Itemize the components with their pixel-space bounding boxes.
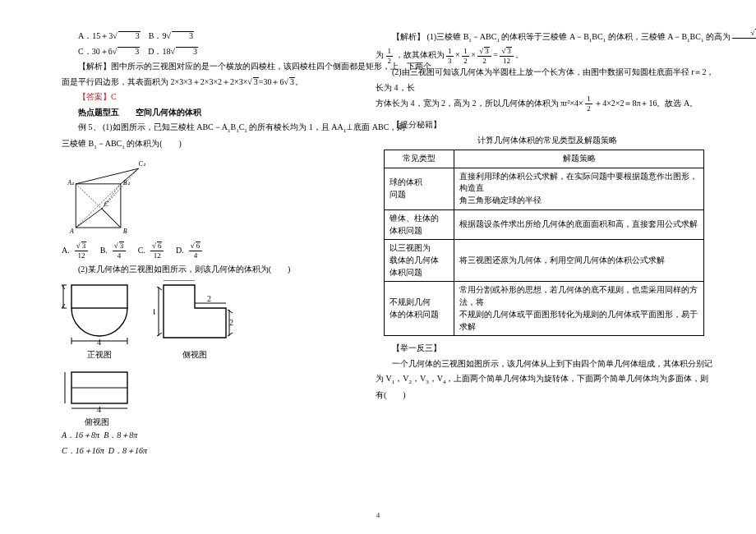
table-row: 锥体、柱体的体积问题 根据题设条件求出所给几何体的底面面积和高，直接套用公式求解 <box>385 209 704 239</box>
ex5-line-1: 例 5、 (1)如图所示，已知三棱柱 ABC－A1B1C1 的所有棱长均为 1，… <box>62 120 349 136</box>
strategy-table: 常见类型 解题策略 球的体积问题 直接利用球的体积公式求解，在实际问题中要根据题… <box>384 150 704 336</box>
table-row: 球的体积问题 直接利用球的体积公式求解，在实际问题中要根据题意作出图形，构造直角… <box>385 168 704 209</box>
front-view-box: 4 2 正视图 <box>62 280 137 361</box>
top-view-figure: 4 4 <box>62 367 137 413</box>
label-C1: C₁ <box>138 159 145 167</box>
top-view-label: 俯视图 <box>62 417 109 428</box>
r-analysis-2: 为 12 ，故其体积为 13 × 12 × √32 = √312 。 <box>376 47 719 65</box>
svg-text:4: 4 <box>154 307 155 316</box>
side-view-label: 侧视图 <box>182 349 207 361</box>
label-B1: B₁ <box>123 179 130 186</box>
table-row: 以三视图为载体的几何体体积问题 将三视图还原为几何体，利用空间几何体的体积公式求… <box>385 240 704 282</box>
analysis-label: 【解析】 <box>392 32 425 41</box>
opt-d: D．18 <box>148 47 170 56</box>
side-view-box: 2 2 2 4 侧视图 <box>154 280 236 361</box>
prism-figure: C₁ A₁ B₁ C A B <box>62 156 156 234</box>
example-label: 【举一反三】 <box>376 341 719 357</box>
analysis-line-1: 【解析】图中所示的三视图对应的是一个横放的四棱柱，该四棱柱四个侧面都是矩形，上、… <box>62 59 349 75</box>
option-row-1: A．15＋3√3 B．9√3 <box>62 29 349 44</box>
right-column: 【解析】 (1)三棱锥 B1－ABC1 的体积等于三棱锥 A－B1BC1 的体积… <box>357 29 756 458</box>
r-analysis-3: (2)由三视图可知该几何体为半圆柱上放一个长方体，由图中数据可知圆柱底面半径 r… <box>376 65 719 95</box>
left-column: A．15＋3√3 B．9√3 C．30＋6√3 D．18√3 【解析】图中所示的… <box>0 29 357 458</box>
answer-label: 【答案】 <box>78 92 111 101</box>
example-line-3: 有( ) <box>376 388 719 403</box>
example-line-2: 为 V1，V2，V3，V4，上面两个简单几何体均为旋转体，下面两个简单几何体均为… <box>376 371 719 388</box>
page-number: 4 <box>0 511 756 519</box>
front-view-figure: 4 2 <box>62 280 137 346</box>
label-A: A <box>69 228 74 234</box>
ex5-line-2: 三棱锥 B1－ABC1 的体积为( ) <box>62 136 349 153</box>
r-analysis-1: 【解析】 (1)三棱锥 B1－ABC1 的体积等于三棱锥 A－B1BC1 的体积… <box>376 29 719 47</box>
svg-marker-18 <box>164 285 226 338</box>
analysis-label: 【解析】 <box>78 62 111 71</box>
svg-marker-1 <box>76 209 121 228</box>
label-A1: A₁ <box>67 179 74 186</box>
dim-4: 4 <box>97 338 101 346</box>
table-header-row: 常见类型 解题策略 <box>385 150 704 168</box>
svg-line-8 <box>102 209 121 228</box>
svg-line-5 <box>76 184 102 209</box>
svg-text:2: 2 <box>229 318 233 327</box>
front-view-label: 正视图 <box>87 349 112 361</box>
side-view-figure: 2 2 2 4 <box>154 280 236 346</box>
answer-line: 【答案】C <box>62 90 349 105</box>
ex5-q2-opts-1: A．16＋8π B．8＋8π <box>62 428 349 444</box>
svg-text:2: 2 <box>207 294 211 303</box>
opt-c: C．30＋6 <box>78 47 113 56</box>
th-strategy: 解题策略 <box>454 150 704 168</box>
label-C: C <box>104 200 109 208</box>
ex5-q2-opts-2: C．16＋16π D．8＋16π <box>62 444 349 459</box>
table-row: 不规则几何体的体积问题 常用分割或补形的思想，若几何体的底不规则，也需采用同样的… <box>385 282 704 336</box>
r-analysis-4: 方体长为 4，宽为 2，高为 2，所以几何体的体积为 πr²×4× 12 ＋4×… <box>376 95 719 113</box>
opt-a: A．15＋3 <box>78 31 113 40</box>
svg-rect-9 <box>71 285 127 308</box>
views-row-1: 4 2 正视图 2 2 2 <box>62 280 349 361</box>
option-row-2: C．30＋6√3 D．18√3 <box>62 44 349 60</box>
analysis-line-2: 面是平行四边形，其表面积为 2×3×3＋2×3×2＋2×3×√3=30＋6√3。 <box>62 75 349 90</box>
hot-topic-title: 热点题型五 空间几何体的体积 <box>62 105 349 121</box>
top-view-box: 4 4 俯视图 <box>62 367 349 428</box>
ex5-choices: A. √312 B. √34 C. √612 D. √64 <box>62 242 349 260</box>
svg-text:4: 4 <box>97 405 101 413</box>
label-B: B <box>123 228 127 234</box>
tips-label: 【提分秘籍】 <box>376 117 719 133</box>
ex5-q2: (2)某几何体的三视图如图所示，则该几何体的体积为( ) <box>62 262 349 278</box>
answer-value: C <box>111 92 117 101</box>
table-title: 计算几何体体积的常见类型及解题策略 <box>376 133 719 149</box>
opt-b: B．9 <box>149 31 167 40</box>
th-type: 常见类型 <box>385 150 454 168</box>
example-line-1: 一个几何体的三视图如图所示，该几何体从上到下由四个简单几何体组成，其体积分别记 <box>376 357 719 372</box>
